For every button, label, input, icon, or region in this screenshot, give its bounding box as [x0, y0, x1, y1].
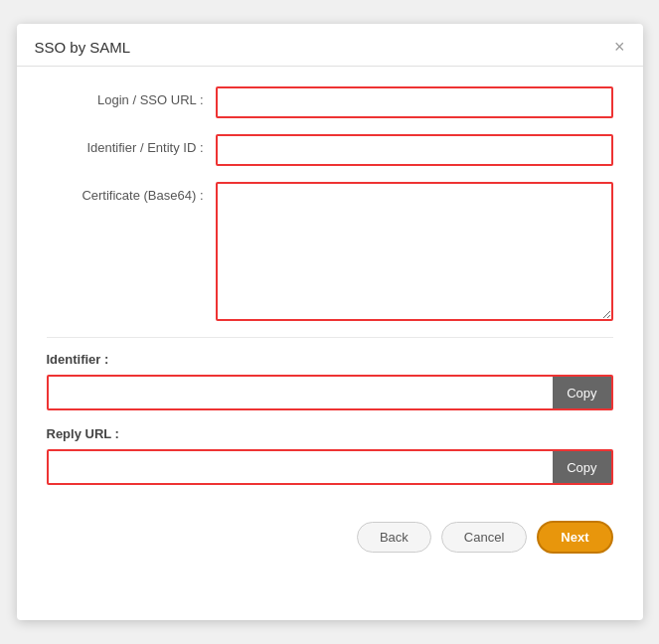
section-divider	[47, 337, 613, 338]
modal-title: SSO by SAML	[35, 39, 131, 56]
certificate-row: Certificate (Base64) :	[47, 182, 613, 321]
reply-url-value-input[interactable]	[49, 451, 554, 483]
identifier-entity-id-row: Identifier / Entity ID :	[47, 134, 613, 166]
login-sso-url-label: Login / SSO URL :	[47, 86, 216, 107]
cancel-button[interactable]: Cancel	[441, 522, 527, 553]
modal-body: Login / SSO URL : Identifier / Entity ID…	[17, 67, 643, 511]
certificate-textarea[interactable]	[216, 182, 613, 321]
reply-url-copy-row: Copy	[47, 449, 613, 485]
next-button[interactable]: Next	[537, 521, 612, 554]
login-sso-url-input[interactable]	[216, 86, 613, 118]
back-button[interactable]: Back	[357, 522, 431, 553]
identifier-copy-button[interactable]: Copy	[553, 377, 610, 408]
reply-url-section-label: Reply URL :	[47, 426, 613, 441]
reply-url-copy-button[interactable]: Copy	[553, 451, 610, 483]
identifier-entity-id-input[interactable]	[216, 134, 613, 166]
identifier-section: Identifier : Copy	[47, 352, 613, 410]
modal-footer: Back Cancel Next	[17, 511, 643, 564]
modal-header: SSO by SAML ×	[17, 24, 643, 67]
close-icon[interactable]: ×	[614, 38, 625, 56]
identifier-copy-row: Copy	[47, 375, 613, 410]
login-sso-url-row: Login / SSO URL :	[47, 86, 613, 118]
identifier-value-input[interactable]	[49, 377, 554, 408]
modal-container: SSO by SAML × Login / SSO URL : Identifi…	[17, 24, 643, 620]
identifier-entity-id-label: Identifier / Entity ID :	[47, 134, 216, 155]
identifier-section-label: Identifier :	[47, 352, 613, 367]
reply-url-section: Reply URL : Copy	[47, 426, 613, 485]
certificate-label: Certificate (Base64) :	[47, 182, 216, 203]
